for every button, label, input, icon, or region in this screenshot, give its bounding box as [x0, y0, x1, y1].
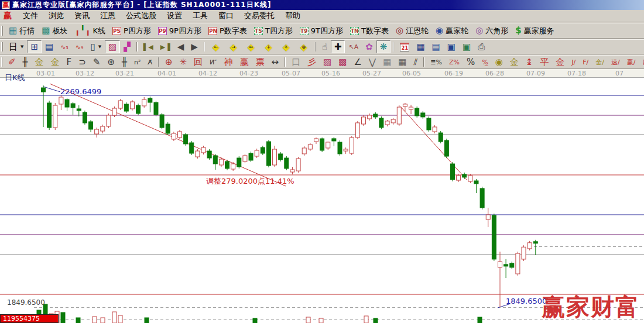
diamond-plus-button[interactable]: ◆+ [260, 40, 278, 53]
candle-81[interactable] [522, 247, 526, 259]
btn-kline[interactable]: ╻╹╻K线 [71, 25, 109, 37]
trend-angle-button[interactable]: ∠ [350, 56, 365, 68]
candle-23[interactable] [177, 132, 181, 138]
save-disk-button[interactable]: ▣ [444, 40, 459, 53]
export-disk-button[interactable]: ▣ [459, 40, 474, 53]
candle-32[interactable] [231, 164, 235, 169]
candle-27[interactable] [201, 147, 205, 153]
ping-lines-button[interactable]: 平 [536, 56, 552, 68]
candle-39[interactable] [273, 149, 277, 165]
spiral-button[interactable]: ⊃ [75, 56, 90, 68]
grid-small-button[interactable]: ▦ [379, 56, 395, 68]
diamond-expand-button[interactable]: ◆↔ [242, 40, 260, 53]
candle-13[interactable] [118, 101, 122, 108]
pattern-box-button[interactable]: ▨ [105, 40, 120, 53]
candle-54[interactable] [362, 117, 366, 124]
candle-31[interactable] [225, 162, 229, 169]
wave-9-button[interactable]: ∿₉ [72, 40, 87, 53]
candle-0[interactable] [42, 88, 46, 92]
pen-tool-button[interactable]: ✎ [90, 56, 104, 68]
wave-3-button[interactable]: ∿₃ [57, 40, 72, 53]
candle-49[interactable] [332, 139, 336, 141]
candle-74[interactable] [480, 188, 484, 208]
menu-item-1[interactable]: 浏览 [43, 9, 69, 22]
btn-badge-PS-p[interactable]: PSP四方形 [109, 25, 155, 37]
color-chart-button[interactable]: ▞ [120, 40, 134, 53]
gold-grid-1-button[interactable]: 金 [32, 56, 47, 68]
diamond-right-button[interactable]: ◆→ [225, 40, 242, 53]
candle-8[interactable] [89, 122, 93, 129]
candle-72[interactable] [468, 176, 472, 181]
calculator-button[interactable]: ▦ [413, 40, 428, 53]
candle-29[interactable] [213, 156, 217, 164]
btn-badge-TN-t[interactable]: TNT数字表 [347, 25, 392, 37]
candle-40[interactable] [279, 154, 283, 160]
angle-a-button[interactable]: A̸ [144, 56, 156, 68]
period-day-combo-button[interactable]: 日▼ [5, 40, 27, 53]
candle-5[interactable] [71, 104, 75, 108]
btn-service[interactable]: $赢家服务 [512, 25, 557, 37]
candle-11[interactable] [107, 115, 111, 126]
menu-item-0[interactable]: 文件 [18, 9, 43, 22]
menu-item-6[interactable]: 工具 [187, 9, 213, 22]
toolbar-grip[interactable] [1, 26, 3, 36]
candle-2[interactable] [53, 105, 57, 128]
z-percent-button[interactable]: Z% [446, 56, 463, 68]
gold-red-button[interactable]: 金 [552, 56, 568, 68]
candle-21[interactable] [166, 124, 170, 133]
candle-46[interactable] [314, 139, 318, 142]
gann-star-button[interactable]: ✳ [176, 56, 191, 68]
candle-62[interactable] [409, 107, 413, 109]
candlestick-plot[interactable] [0, 78, 644, 323]
candle-combo-button[interactable]: ▯▼ [87, 40, 105, 53]
width-adjust-button[interactable]: ↔ [268, 56, 282, 68]
candle-77[interactable] [498, 262, 502, 267]
time-grid-button[interactable]: ╫ [118, 56, 131, 68]
candle-64[interactable] [421, 113, 425, 117]
shen-grid-button[interactable]: 神 [220, 56, 236, 68]
candle-76[interactable] [492, 215, 496, 259]
candle-83[interactable] [533, 242, 537, 243]
candle-20[interactable] [160, 115, 164, 128]
btn-quotes[interactable]: ▦行情 [5, 25, 38, 37]
diamond-left-button[interactable]: ◆← [207, 40, 225, 53]
gold-grid-2-button[interactable]: 金 [47, 56, 63, 68]
toolbar-grip[interactable] [1, 42, 3, 52]
candle-78[interactable] [504, 264, 508, 266]
gold-circle-button[interactable]: ◉ [492, 56, 506, 68]
percent-button[interactable]: % [463, 56, 478, 68]
candle-50[interactable] [338, 142, 342, 154]
candle-73[interactable] [474, 181, 478, 184]
piao-grid-button[interactable]: 票 [252, 56, 268, 68]
candle-51[interactable] [344, 149, 348, 151]
diamond-star-button[interactable]: ◆✳ [278, 40, 295, 53]
candle-6[interactable] [77, 109, 81, 111]
candle-75[interactable] [486, 215, 490, 219]
printer-button[interactable]: ⎙ [474, 40, 488, 53]
candle-66[interactable] [433, 127, 437, 132]
info-doc-button[interactable]: ▤ [42, 40, 57, 53]
candle-61[interactable] [403, 104, 407, 106]
btn-hexagon[interactable]: ◎六角形 [472, 25, 512, 37]
zigzag-button[interactable]: ⋁ [365, 56, 379, 68]
si-angle-button[interactable]: 四/ [639, 56, 644, 68]
candle-9[interactable] [95, 129, 99, 134]
candle-47[interactable] [320, 139, 324, 150]
pointer-a-button[interactable]: ↖A [345, 40, 362, 53]
candle-16[interactable] [136, 105, 141, 114]
wave-count-button[interactable]: И″ [206, 56, 220, 68]
candle-55[interactable] [368, 115, 372, 119]
fib-tool-button[interactable]: F [63, 56, 76, 68]
candle-28[interactable] [207, 151, 211, 158]
menu-item-7[interactable]: 窗口 [213, 9, 239, 22]
candle-35[interactable] [249, 153, 253, 160]
candle-45[interactable] [308, 145, 312, 149]
menu-item-9[interactable]: 帮助 [280, 9, 306, 22]
candle-67[interactable] [439, 133, 443, 142]
flower-tool-button[interactable]: ✿ [362, 40, 376, 53]
calendar-21-button[interactable]: 21 [396, 40, 413, 53]
candle-36[interactable] [255, 150, 259, 156]
candle-44[interactable] [302, 148, 306, 154]
candle-69[interactable] [450, 164, 454, 180]
candle-80[interactable] [516, 253, 520, 274]
